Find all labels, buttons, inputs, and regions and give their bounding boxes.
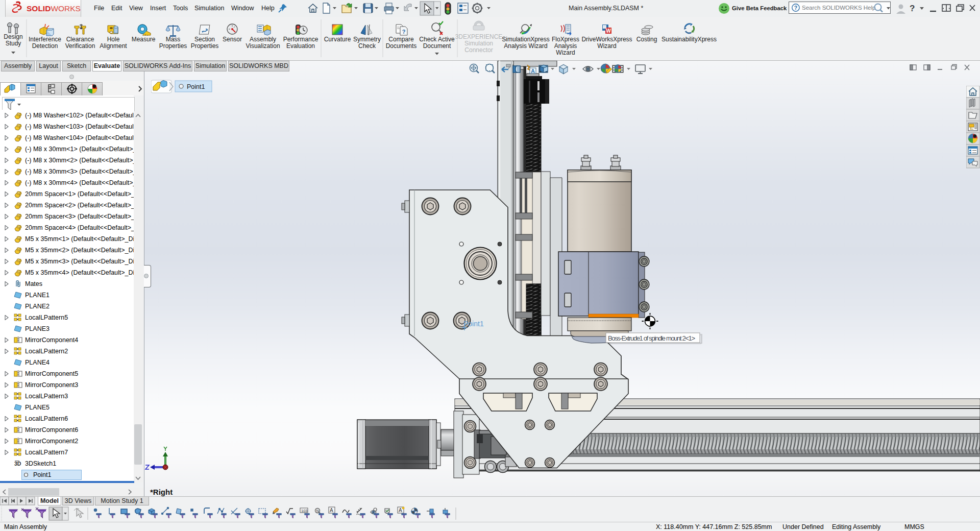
svg-text:Curvature: Curvature (324, 36, 351, 43)
svg-text:Symmetry: Symmetry (353, 36, 381, 43)
svg-text:DriveWorksXpress: DriveWorksXpress (581, 36, 632, 43)
svg-text:Verification: Verification (65, 42, 95, 50)
svg-text:Check: Check (358, 42, 376, 50)
svg-text:Wizard: Wizard (556, 49, 575, 56)
svg-text:Connector: Connector (464, 46, 493, 54)
svg-text:FloXpress: FloXpress (552, 36, 579, 43)
svg-text:A: A (531, 68, 535, 74)
svg-text:A: A (330, 508, 333, 513)
svg-text:Design: Design (4, 33, 22, 40)
svg-text:Document: Document (423, 42, 451, 50)
svg-text:Properties: Properties (191, 42, 219, 50)
svg-text:Point1: Point1 (463, 320, 484, 328)
svg-text:SimulationXpress: SimulationXpress (502, 36, 549, 43)
svg-text:SOLIDWORKS: SOLIDWORKS (27, 4, 81, 13)
svg-text:Wizard: Wizard (597, 42, 616, 50)
svg-text:Study: Study (6, 40, 21, 47)
svg-text:*Right: *Right (150, 488, 173, 496)
svg-text:Alignment: Alignment (100, 42, 127, 50)
svg-text:Costing: Costing (636, 36, 657, 43)
svg-text:3D: 3D (14, 461, 21, 467)
svg-text:Sensor: Sensor (223, 36, 242, 43)
svg-text:Documents: Documents (386, 42, 417, 50)
svg-text:A: A (399, 508, 402, 513)
svg-text:Boss-Extrude1 of spindle mount: Boss-Extrude1 of spindle mount 2<1> (608, 334, 695, 342)
svg-text:?: ? (402, 29, 406, 35)
svg-text:Performance: Performance (283, 36, 318, 43)
svg-text:Mass: Mass (166, 36, 181, 43)
svg-text:Evaluation: Evaluation (286, 42, 315, 50)
svg-text:3DEXPERIENCE: 3DEXPERIENCE (455, 33, 503, 40)
svg-text:N: N (316, 509, 319, 513)
svg-text:Section: Section (194, 36, 215, 43)
svg-text:Properties: Properties (159, 42, 187, 50)
svg-text:Hole: Hole (107, 36, 120, 43)
svg-text:W: W (606, 28, 611, 34)
svg-text:Interference: Interference (29, 36, 61, 43)
svg-text:Check Active: Check Active (419, 36, 455, 43)
svg-text:Point1: Point1 (187, 83, 205, 90)
svg-text:Compare: Compare (388, 36, 414, 43)
svg-text:Analysis: Analysis (554, 42, 577, 50)
svg-text:Measure: Measure (132, 36, 156, 43)
svg-text:Visualization: Visualization (246, 42, 280, 50)
svg-text:Clearance: Clearance (66, 36, 94, 43)
svg-text:Assembly: Assembly (250, 36, 276, 43)
svg-text:?: ? (794, 5, 797, 11)
svg-text:103: 103 (301, 509, 308, 513)
svg-text:Detection: Detection (32, 42, 58, 50)
svg-text:SustainabilityXpress: SustainabilityXpress (662, 36, 717, 43)
svg-text:Simulation: Simulation (464, 40, 493, 47)
svg-text:Analysis Wizard: Analysis Wizard (504, 42, 547, 50)
